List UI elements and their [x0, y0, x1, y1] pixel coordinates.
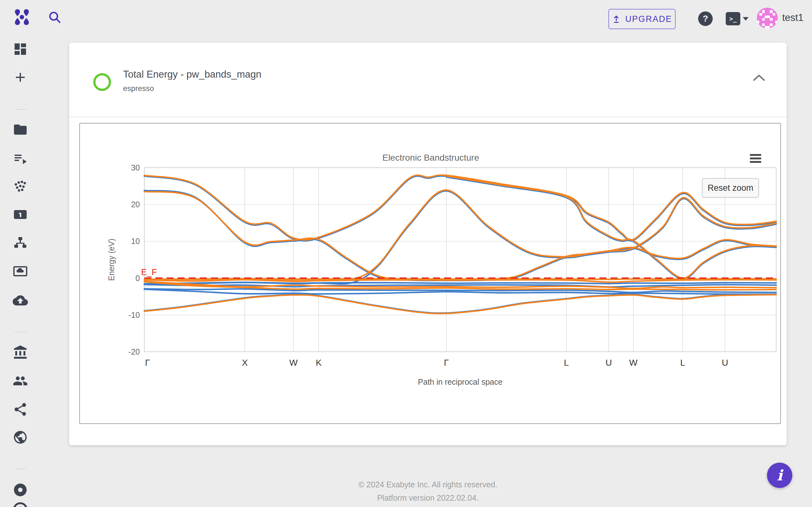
card-subtitle: espresso: [123, 84, 154, 93]
sidebar-item-support[interactable]: [13, 482, 28, 498]
svg-text:0: 0: [136, 274, 140, 283]
svg-text:-20: -20: [129, 347, 140, 356]
bank-icon: [13, 345, 28, 360]
svg-text:10: 10: [131, 237, 140, 245]
svg-text:W: W: [629, 358, 638, 368]
globe-icon: [13, 430, 28, 445]
image-cloud-icon: [13, 264, 28, 279]
svg-text:Γ: Γ: [444, 358, 449, 368]
chart-menu-icon[interactable]: [750, 154, 761, 163]
people-icon: [13, 373, 28, 389]
sidebar-item-explore[interactable]: [13, 430, 28, 445]
bandstructure-chart[interactable]: E_FElectronic Bandstructure3020100-10-20…: [80, 124, 780, 424]
console-menu-button[interactable]: >_: [726, 11, 749, 26]
bandstructure-panel: E_FElectronic Bandstructure3020100-10-20…: [79, 123, 781, 424]
upgrade-button[interactable]: UPGRADE: [608, 9, 676, 29]
svg-text:30: 30: [131, 163, 140, 172]
svg-text:Energy (eV): Energy (eV): [107, 239, 116, 281]
folder-icon: [13, 122, 28, 137]
dashboard-icon: [13, 42, 28, 57]
status-ring-icon: [93, 73, 111, 91]
info-icon: i: [777, 467, 782, 484]
svg-text:K: K: [316, 358, 322, 368]
one-badge-icon: [13, 207, 28, 222]
footer-copyright: © 2024 Exabyte Inc. All rights reserved.: [69, 478, 786, 491]
upgrade-label: UPGRADE: [625, 14, 672, 24]
upload-icon: [612, 14, 621, 23]
sidebar-divider: [14, 469, 26, 469]
cloud-upload-icon: [13, 293, 28, 308]
sidebar-item-jobs[interactable]: [13, 151, 28, 166]
footer-version: Platform version 2022.02.04.: [69, 491, 786, 504]
globe-partial-icon: [13, 502, 28, 507]
share-icon: [13, 402, 28, 417]
sidebar-item-create[interactable]: [13, 70, 28, 85]
footer: © 2024 Exabyte Inc. All rights reserved.…: [69, 478, 786, 504]
mat3ra-logo-icon[interactable]: [14, 9, 30, 25]
sidebar-divider: [14, 109, 26, 110]
sidebar-item-share[interactable]: [13, 402, 28, 417]
svg-text:X: X: [242, 358, 248, 368]
svg-text:20: 20: [131, 200, 140, 209]
terminal-icon: >_: [726, 12, 740, 25]
reset-zoom-button[interactable]: Reset zoom: [702, 178, 759, 198]
workflow-icon: [13, 235, 28, 250]
svg-text:L: L: [680, 358, 685, 368]
card-title: Total Energy - pw_bands_magn: [123, 69, 261, 80]
chevron-down-icon: [743, 17, 749, 20]
sidebar-item-entity-bank[interactable]: [13, 207, 28, 222]
help-icon[interactable]: ?: [698, 11, 713, 26]
sidebar-item-import[interactable]: [13, 293, 28, 308]
playlist-play-icon: [13, 151, 28, 166]
atoms-dots-icon: [13, 179, 28, 194]
svg-text:-10: -10: [129, 311, 140, 320]
svg-text:Electronic Bandstructure: Electronic Bandstructure: [382, 153, 479, 163]
sidebar-divider: [14, 332, 26, 332]
collapse-chevron-up-icon[interactable]: [751, 72, 767, 84]
info-fab-button[interactable]: i: [767, 463, 792, 488]
search-icon[interactable]: [48, 10, 61, 25]
username: test1: [782, 12, 803, 23]
plus-icon: [13, 70, 28, 85]
lifesaver-icon: [13, 482, 28, 498]
svg-text:U: U: [606, 358, 612, 368]
sidebar-item-teams[interactable]: [13, 373, 28, 389]
sidebar-item-designer[interactable]: [13, 264, 28, 279]
sidebar-item-dashboard[interactable]: [13, 42, 28, 57]
sidebar-item-more[interactable]: [13, 502, 28, 507]
result-card: Total Energy - pw_bands_magn espresso E_…: [69, 43, 786, 445]
sidebar-item-projects[interactable]: [13, 122, 28, 137]
svg-text:Path in reciprocal space: Path in reciprocal space: [418, 377, 503, 386]
svg-text:Γ: Γ: [145, 358, 150, 368]
svg-text:W: W: [289, 358, 298, 368]
sidebar-item-organization[interactable]: [13, 345, 28, 360]
svg-text:E_F: E_F: [141, 268, 157, 277]
result-card-header: Total Energy - pw_bands_magn espresso: [69, 43, 786, 117]
svg-text:U: U: [722, 358, 728, 368]
svg-text:L: L: [564, 358, 569, 368]
sidebar-item-workflows[interactable]: [13, 235, 28, 250]
sidebar-item-materials[interactable]: [13, 179, 28, 194]
avatar[interactable]: [757, 8, 778, 29]
